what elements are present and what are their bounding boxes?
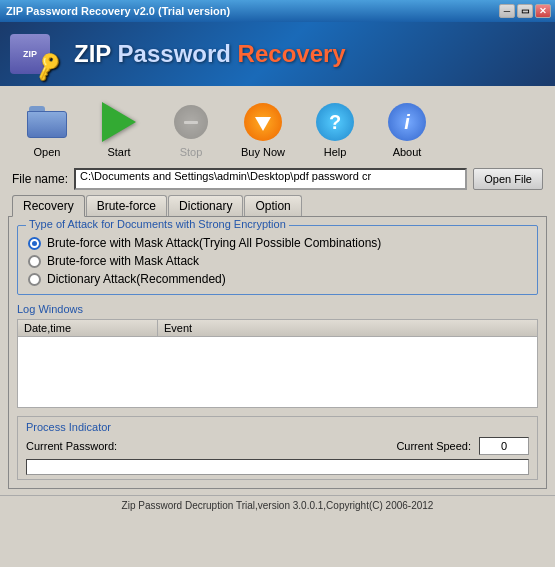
attack-option-0[interactable]: Brute-force with Mask Attack(Trying All … xyxy=(28,236,527,250)
buynow-button[interactable]: Buy Now xyxy=(228,98,298,160)
process-title: Process Indicator xyxy=(26,421,529,433)
buynow-label: Buy Now xyxy=(241,146,285,158)
title-recovery: Recovery xyxy=(231,40,346,67)
open-file-button[interactable]: Open File xyxy=(473,168,543,190)
stop-button[interactable]: Stop xyxy=(156,98,226,160)
header-banner: ZIP 🔑 ZIP Password Recovery xyxy=(0,22,555,86)
minimize-button[interactable]: ─ xyxy=(499,4,515,18)
process-info-row: Current Password: Current Speed: 0 xyxy=(26,437,529,455)
log-col-datetime: Date,time xyxy=(18,320,158,336)
title-password: Password xyxy=(111,40,231,67)
tabs-bar: Recovery Brute-force Dictionary Option xyxy=(8,194,547,216)
log-table: Date,time Event xyxy=(17,319,538,408)
header-title: ZIP Password Recovery xyxy=(74,40,346,68)
log-section: Log Windows Date,time Event xyxy=(17,303,538,408)
file-name-input[interactable]: C:\Documents and Settings\admin\Desktop\… xyxy=(74,168,467,190)
file-name-label: File name: xyxy=(12,172,68,186)
attack-option-0-label: Brute-force with Mask Attack(Trying All … xyxy=(47,236,381,250)
radio-bruteforce-mask[interactable] xyxy=(28,237,41,250)
toolbar: Open Start Stop Buy Now ? xyxy=(8,92,547,164)
open-icon xyxy=(25,100,69,144)
attack-option-1-label: Brute-force with Mask Attack xyxy=(47,254,199,268)
header-logo: ZIP 🔑 ZIP Password Recovery xyxy=(10,28,346,80)
tab-dictionary[interactable]: Dictionary xyxy=(168,195,243,217)
current-speed-label: Current Speed: xyxy=(396,440,471,452)
footer: Zip Password Decruption Trial,version 3.… xyxy=(0,495,555,515)
log-col-event: Event xyxy=(158,320,537,336)
log-table-header: Date,time Event xyxy=(18,320,537,337)
close-button[interactable]: ✕ xyxy=(535,4,551,18)
file-row: File name: C:\Documents and Settings\adm… xyxy=(8,164,547,194)
app-logo-icon: ZIP 🔑 xyxy=(10,28,62,80)
process-section: Process Indicator Current Password: Curr… xyxy=(17,416,538,480)
log-title: Log Windows xyxy=(17,303,538,315)
stop-label: Stop xyxy=(180,146,203,158)
title-bar-buttons: ─ ▭ ✕ xyxy=(499,4,551,18)
speed-value: 0 xyxy=(479,437,529,455)
tab-option[interactable]: Option xyxy=(244,195,301,217)
about-icon: i xyxy=(385,100,429,144)
attack-option-2[interactable]: Dictionary Attack(Recommended) xyxy=(28,272,527,286)
open-label: Open xyxy=(34,146,61,158)
open-button[interactable]: Open xyxy=(12,98,82,160)
title-text: ZIP Password Recovery v2.0 (Trial versio… xyxy=(6,5,230,17)
title-zip: ZIP xyxy=(74,40,111,67)
title-bar: ZIP Password Recovery v2.0 (Trial versio… xyxy=(0,0,555,22)
about-button[interactable]: i About xyxy=(372,98,442,160)
tab-bruteforce[interactable]: Brute-force xyxy=(86,195,167,217)
start-icon xyxy=(97,100,141,144)
help-icon: ? xyxy=(313,100,357,144)
start-button[interactable]: Start xyxy=(84,98,154,160)
progress-bar xyxy=(26,459,529,475)
content-panel: Type of Attack for Documents with Strong… xyxy=(8,216,547,489)
window-body: Open Start Stop Buy Now ? xyxy=(0,86,555,495)
stop-icon xyxy=(169,100,213,144)
help-label: Help xyxy=(324,146,347,158)
radio-dictionary[interactable] xyxy=(28,273,41,286)
log-table-body xyxy=(18,337,537,407)
about-label: About xyxy=(393,146,422,158)
attack-type-section: Type of Attack for Documents with Strong… xyxy=(17,225,538,295)
tab-recovery[interactable]: Recovery xyxy=(12,195,85,217)
buynow-icon xyxy=(241,100,285,144)
help-button[interactable]: ? Help xyxy=(300,98,370,160)
attack-option-1[interactable]: Brute-force with Mask Attack xyxy=(28,254,527,268)
folder-icon xyxy=(27,106,67,138)
attack-type-title: Type of Attack for Documents with Strong… xyxy=(26,218,289,230)
attack-option-2-label: Dictionary Attack(Recommended) xyxy=(47,272,226,286)
attack-options: Brute-force with Mask Attack(Trying All … xyxy=(28,232,527,286)
radio-bruteforce[interactable] xyxy=(28,255,41,268)
start-label: Start xyxy=(107,146,130,158)
current-password-label: Current Password: xyxy=(26,440,117,452)
footer-text: Zip Password Decruption Trial,version 3.… xyxy=(122,500,434,511)
restore-button[interactable]: ▭ xyxy=(517,4,533,18)
